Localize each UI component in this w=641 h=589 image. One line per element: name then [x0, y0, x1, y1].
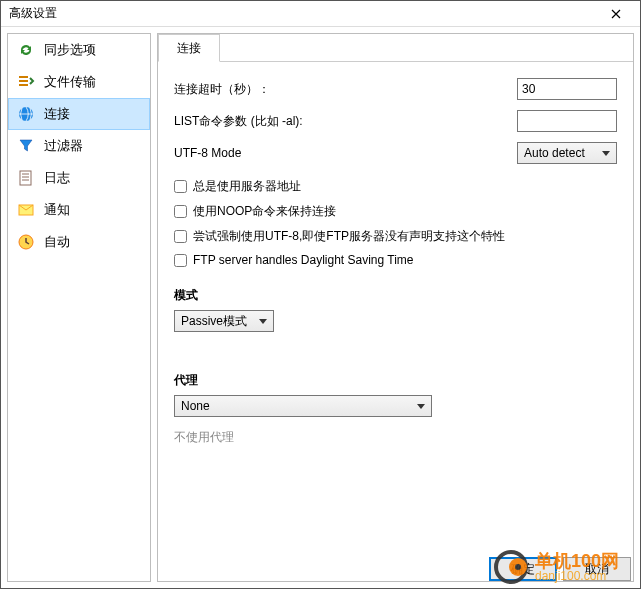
- ok-button[interactable]: 确定: [489, 557, 557, 581]
- sidebar-item-log[interactable]: 日志: [8, 162, 150, 194]
- chk-server-addr[interactable]: 总是使用服务器地址: [174, 178, 617, 195]
- sidebar-item-transfer[interactable]: 文件传输: [8, 66, 150, 98]
- transfer-icon: [16, 72, 36, 92]
- chk-dst-label: FTP server handles Daylight Saving Time: [193, 253, 414, 267]
- sync-icon: [16, 40, 36, 60]
- row-list-args: LIST命令参数 (比如 -al):: [174, 110, 617, 132]
- timeout-label: 连接超时（秒）：: [174, 81, 509, 98]
- main-panel: 连接 连接超时（秒）： LIST命令参数 (比如 -al): UTF-8 Mod…: [157, 33, 634, 582]
- list-args-input[interactable]: [517, 110, 617, 132]
- sidebar-item-label: 同步选项: [44, 41, 96, 59]
- tabs: 连接: [158, 34, 633, 62]
- utf8-select[interactable]: Auto detect: [517, 142, 617, 164]
- chk-server-addr-label: 总是使用服务器地址: [193, 178, 301, 195]
- footer: 确定 取消: [489, 557, 631, 581]
- chk-force-utf8[interactable]: 尝试强制使用UTF-8,即使FTP服务器没有声明支持这个特性: [174, 228, 617, 245]
- clock-icon: [16, 232, 36, 252]
- proxy-section-label: 代理: [174, 372, 617, 389]
- utf8-value: Auto detect: [524, 146, 585, 160]
- content: 连接超时（秒）： LIST命令参数 (比如 -al): UTF-8 Mode A…: [158, 62, 633, 581]
- svg-rect-1: [19, 80, 28, 82]
- row-timeout: 连接超时（秒）：: [174, 78, 617, 100]
- mail-icon: [16, 200, 36, 220]
- window-title: 高级设置: [9, 5, 57, 22]
- sidebar-item-label: 日志: [44, 169, 70, 187]
- checkbox-group: 总是使用服务器地址 使用NOOP命令来保持连接 尝试强制使用UTF-8,即使FT…: [174, 178, 617, 267]
- chk-force-utf8-label: 尝试强制使用UTF-8,即使FTP服务器没有声明支持这个特性: [193, 228, 505, 245]
- titlebar: 高级设置: [1, 1, 640, 27]
- chk-noop[interactable]: 使用NOOP命令来保持连接: [174, 203, 617, 220]
- proxy-value: None: [181, 399, 210, 413]
- mode-select[interactable]: Passive模式: [174, 310, 274, 332]
- list-args-label: LIST命令参数 (比如 -al):: [174, 113, 509, 130]
- sidebar-item-label: 通知: [44, 201, 70, 219]
- window: 高级设置 同步选项 文件传输 连接 过滤器 日: [0, 0, 641, 589]
- sidebar-item-filter[interactable]: 过滤器: [8, 130, 150, 162]
- proxy-select[interactable]: None: [174, 395, 432, 417]
- globe-icon: [16, 104, 36, 124]
- tab-connection[interactable]: 连接: [158, 34, 220, 62]
- sidebar-item-label: 过滤器: [44, 137, 83, 155]
- chk-dst-box[interactable]: [174, 254, 187, 267]
- sidebar: 同步选项 文件传输 连接 过滤器 日志 通知: [7, 33, 151, 582]
- chk-noop-box[interactable]: [174, 205, 187, 218]
- sidebar-item-label: 连接: [44, 105, 70, 123]
- chk-dst[interactable]: FTP server handles Daylight Saving Time: [174, 253, 617, 267]
- mode-section-label: 模式: [174, 287, 617, 304]
- close-button[interactable]: [596, 2, 636, 26]
- row-utf8: UTF-8 Mode Auto detect: [174, 142, 617, 164]
- sidebar-item-sync[interactable]: 同步选项: [8, 34, 150, 66]
- svg-rect-2: [19, 84, 28, 86]
- log-icon: [16, 168, 36, 188]
- svg-rect-4: [20, 171, 31, 185]
- sidebar-item-label: 文件传输: [44, 73, 96, 91]
- sidebar-item-notify[interactable]: 通知: [8, 194, 150, 226]
- svg-rect-0: [19, 76, 28, 78]
- timeout-input[interactable]: [517, 78, 617, 100]
- sidebar-item-label: 自动: [44, 233, 70, 251]
- chk-force-utf8-box[interactable]: [174, 230, 187, 243]
- close-icon: [611, 9, 621, 19]
- chk-server-addr-box[interactable]: [174, 180, 187, 193]
- mode-value: Passive模式: [181, 313, 247, 330]
- utf8-label: UTF-8 Mode: [174, 146, 509, 160]
- proxy-hint: 不使用代理: [174, 429, 617, 446]
- funnel-icon: [16, 136, 36, 156]
- sidebar-item-connection[interactable]: 连接: [8, 98, 150, 130]
- chk-noop-label: 使用NOOP命令来保持连接: [193, 203, 336, 220]
- sidebar-item-auto[interactable]: 自动: [8, 226, 150, 258]
- cancel-button[interactable]: 取消: [563, 557, 631, 581]
- body: 同步选项 文件传输 连接 过滤器 日志 通知: [1, 27, 640, 588]
